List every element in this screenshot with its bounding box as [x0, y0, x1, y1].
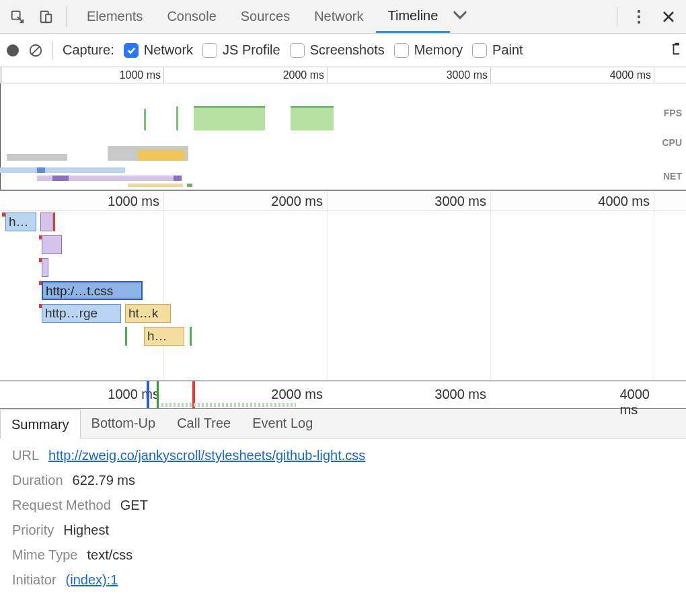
bar-end-marker	[190, 327, 192, 346]
details-tab-summary[interactable]: Summary	[0, 410, 81, 438]
details-tab-bottomup[interactable]: Bottom-Up	[81, 409, 167, 438]
checkbox-icon[interactable]	[202, 43, 217, 58]
divider	[66, 7, 67, 27]
detail-link-url[interactable]: http://zweig.co/jankyscroll/stylesheets/…	[48, 448, 365, 463]
detail-key-method: Request Method	[12, 498, 111, 513]
option-label: Memory	[414, 42, 463, 58]
divider	[52, 41, 53, 60]
network-flame-pane[interactable]: h… http:/…t.css http…rge ht…k h…	[0, 211, 686, 381]
option-label: Network	[144, 42, 193, 58]
marker-ruler[interactable]: 1000 ms 2000 ms 3000 ms 4000 ms	[0, 381, 686, 409]
first-paint-marker	[157, 381, 159, 408]
tab-console[interactable]: Console	[155, 0, 228, 33]
detail-value-mime: text/css	[87, 547, 132, 563]
bar-css[interactable]	[40, 213, 52, 231]
detail-key-mime: Mime Type	[12, 547, 77, 563]
kebab-menu-icon[interactable]	[627, 5, 651, 29]
topbar-right	[613, 5, 681, 29]
clear-icon[interactable]	[28, 43, 43, 58]
bar-end-marker	[53, 213, 55, 231]
cpu-lane	[0, 141, 686, 161]
ruler-tick: 2000 ms	[271, 387, 327, 402]
main-ruler[interactable]: 1000 ms 2000 ms 3000 ms 4000 ms	[0, 191, 686, 211]
option-label: JS Profile	[223, 42, 280, 58]
bar-css[interactable]	[42, 235, 62, 254]
capture-option-network[interactable]: Network	[124, 42, 193, 58]
divider	[617, 7, 617, 27]
detail-key-duration: Duration	[12, 473, 63, 488]
net-lane	[0, 167, 686, 188]
ruler-tick: 2000 ms	[271, 194, 327, 209]
capture-option-paint[interactable]: Paint	[472, 42, 523, 58]
details-tabs: Summary Bottom-Up Call Tree Event Log	[0, 409, 686, 438]
tab-network[interactable]: Network	[302, 0, 375, 33]
bar-script[interactable]: h…	[144, 327, 184, 346]
activity-dots	[161, 403, 296, 407]
capture-option-screenshots[interactable]: Screenshots	[290, 42, 385, 58]
devtools-topbar: Elements Console Sources Network Timelin…	[0, 0, 686, 34]
tab-timeline[interactable]: Timeline	[376, 0, 451, 33]
ruler-tick: 4000 ms	[610, 69, 654, 81]
checkbox-icon[interactable]	[472, 43, 487, 58]
ruler-tick: 4000 ms	[598, 194, 654, 209]
ruler-tick: 4000 ms	[620, 387, 654, 418]
detail-key-priority: Priority	[12, 523, 54, 538]
inspect-icon[interactable]	[5, 5, 30, 29]
ruler-tick: 3000 ms	[447, 69, 490, 81]
ruler-tick: 2000 ms	[283, 69, 327, 81]
checkbox-icon[interactable]	[394, 43, 409, 58]
tab-elements[interactable]: Elements	[75, 0, 155, 33]
details-panel: URL http://zweig.co/jankyscroll/styleshe…	[0, 438, 686, 607]
checkbox-icon[interactable]	[290, 43, 305, 58]
option-label: Screenshots	[310, 42, 385, 58]
capture-label: Capture:	[63, 42, 114, 58]
details-tab-eventlog[interactable]: Event Log	[241, 409, 323, 438]
bar-css[interactable]	[42, 258, 48, 277]
details-tab-calltree[interactable]: Call Tree	[166, 409, 241, 438]
ruler-tick: 1000 ms	[120, 69, 163, 81]
detail-key-initiator: Initiator	[12, 572, 56, 588]
checkbox-checked-icon[interactable]	[124, 43, 139, 58]
bar-selected-css[interactable]: http:/…t.css	[42, 281, 143, 300]
bar-html[interactable]: http…rge	[42, 304, 121, 323]
record-button-icon[interactable]	[7, 44, 19, 56]
more-tabs-chevron-icon[interactable]	[450, 9, 470, 24]
close-icon[interactable]	[656, 5, 681, 29]
bar-html[interactable]: h…	[5, 213, 36, 231]
ruler-tick: 3000 ms	[434, 194, 490, 209]
ruler-tick: 1000 ms	[108, 387, 163, 402]
overview-pane[interactable]: FPS CPU NET	[0, 83, 686, 191]
bar-start-marker	[125, 327, 127, 346]
detail-value-method: GET	[120, 498, 148, 513]
detail-link-initiator[interactable]: (index):1	[66, 572, 118, 588]
tab-sources[interactable]: Sources	[229, 0, 302, 33]
svg-rect-2	[46, 14, 51, 22]
ruler-tick: 3000 ms	[434, 387, 490, 402]
panel-tabs: Elements Console Sources Network Timelin…	[75, 0, 609, 33]
trash-icon[interactable]	[670, 41, 679, 59]
capture-toolbar: Capture: Network JS Profile Screenshots …	[0, 34, 686, 67]
svg-point-5	[638, 20, 640, 23]
option-label: Paint	[492, 42, 523, 58]
detail-value-priority: Highest	[63, 523, 109, 538]
bar-script[interactable]: ht…k	[125, 304, 171, 323]
capture-option-memory[interactable]: Memory	[394, 42, 463, 58]
ruler-tick: 1000 ms	[108, 194, 163, 209]
svg-point-3	[638, 9, 640, 12]
detail-key-url: URL	[12, 448, 39, 463]
capture-option-jsprofile[interactable]: JS Profile	[202, 42, 280, 58]
fps-lane	[0, 104, 686, 130]
detail-value-duration: 622.79 ms	[73, 473, 135, 488]
device-toggle-icon[interactable]	[34, 5, 58, 29]
dcl-marker	[147, 381, 149, 408]
overview-ruler[interactable]: 1000 ms 2000 ms 3000 ms 4000 ms	[0, 67, 686, 83]
svg-point-4	[638, 15, 640, 17]
